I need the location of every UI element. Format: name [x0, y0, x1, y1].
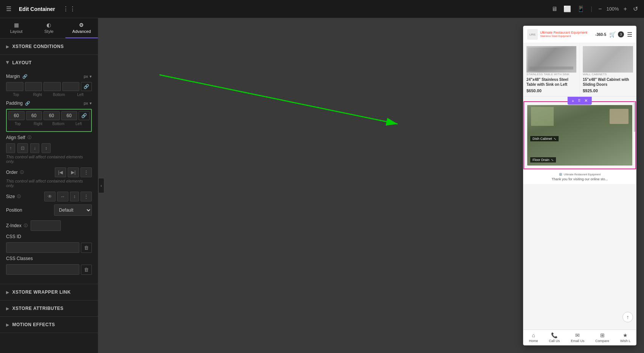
css-classes-trash-button[interactable]: 🗑: [81, 265, 92, 275]
back-to-top-icon: ↑: [627, 314, 629, 320]
hamburger-icon: ☰: [6, 5, 11, 12]
css-classes-label: CSS Classes: [6, 256, 33, 261]
xstore-wrapper-link-header[interactable]: ▶ XSTORE Wrapper Link: [0, 284, 98, 300]
layout-section: ▶ Layout Margin 🔗 px ▾: [0, 55, 98, 284]
layout-tab-icon: ▦: [14, 22, 19, 28]
motion-effects-header[interactable]: ▶ Motion Effects: [0, 317, 98, 333]
section-move-button[interactable]: ⠿: [577, 98, 582, 103]
page-title: Edit Container: [19, 6, 55, 12]
monitor-icon: 🖥: [551, 6, 557, 12]
size-fit-h-button[interactable]: ↔: [57, 192, 68, 201]
margin-bottom-input[interactable]: [43, 82, 61, 91]
style-tab-icon: ◐: [46, 22, 51, 28]
padding-link-button[interactable]: 🔗: [79, 111, 90, 120]
xstore-conditions-header[interactable]: ▶ XSTORE Conditions: [0, 39, 98, 54]
menu-button[interactable]: ☰: [5, 4, 13, 14]
nav-call[interactable]: 📞 Call Us: [549, 332, 560, 343]
size-fit-v-button[interactable]: ↕: [70, 192, 79, 201]
product-2-category: WALL CABINETS: [583, 73, 633, 76]
hamburger-menu-icon[interactable]: ☰: [627, 31, 632, 38]
nav-compare[interactable]: ⊞ Compare: [595, 332, 609, 343]
collapse-panel-button[interactable]: ‹: [98, 178, 104, 193]
padding-unit-arrow: ▾: [90, 101, 92, 106]
cart-area: 🛒 3: [609, 31, 624, 37]
padding-top-input[interactable]: [8, 111, 25, 120]
zoom-level: 100%: [606, 6, 619, 12]
back-to-top-button[interactable]: ↑: [622, 312, 633, 322]
size-info-icon: ⓘ: [17, 194, 21, 199]
margin-link-icon: 🔗: [22, 74, 28, 79]
zindex-input[interactable]: [31, 220, 61, 231]
refresh-icon: ↺: [633, 5, 638, 12]
order-last-button[interactable]: ▶|: [68, 167, 79, 177]
compare-icon: ⊞: [600, 332, 605, 338]
footer-brand: 🏢 Ultimate Restaurant Equipment: [526, 173, 633, 176]
tablet-icon: ⬜: [564, 5, 571, 12]
margin-top-input[interactable]: [6, 82, 23, 91]
collapse-icon: ‹: [101, 184, 102, 188]
nav-home-label: Home: [529, 339, 538, 343]
css-classes-input[interactable]: [6, 264, 79, 275]
nav-wishlist[interactable]: ★ Wish L: [620, 332, 631, 343]
nav-home[interactable]: ⌂ Home: [529, 332, 538, 343]
minus-icon: −: [598, 6, 602, 12]
product-grid: STAINLESS TABLE WITH SINK 24"x48" Stainl…: [523, 43, 636, 97]
size-hidden-button[interactable]: 👁: [44, 192, 56, 201]
padding-bottom-input[interactable]: [43, 111, 60, 120]
align-top-button[interactable]: ↑: [6, 143, 15, 153]
cart-icon: 🛒: [609, 31, 616, 37]
margin-right-input[interactable]: [25, 82, 42, 91]
zoom-in-button[interactable]: +: [622, 4, 629, 14]
section-add-button[interactable]: +: [571, 98, 575, 104]
section-controls: + ⠿ ✕: [568, 97, 592, 105]
xstore-attributes-header[interactable]: ▶ XSTORE Attributes: [0, 300, 98, 316]
tab-layout[interactable]: ▦ Layout: [0, 18, 33, 38]
zoom-out-button[interactable]: −: [597, 4, 603, 14]
margin-left-input[interactable]: [62, 82, 80, 91]
margin-link-button[interactable]: 🔗: [81, 82, 92, 91]
align-bottom-button[interactable]: ↓: [30, 143, 39, 153]
tab-style[interactable]: ◐ Style: [33, 18, 65, 38]
product-1-price: $650.00: [526, 88, 576, 93]
canvas-area: ‹ URE Ultimate Restaurant Equipment Stai…: [98, 18, 644, 353]
position-select[interactable]: Default Static Relative Absolute: [54, 204, 92, 216]
align-stretch-button[interactable]: ↕: [42, 143, 51, 153]
tablet-view-button[interactable]: ⬜: [562, 4, 573, 14]
position-row: Position Default Static Relative Absolut…: [6, 204, 92, 216]
motion-effects-arrow: ▶: [6, 323, 9, 327]
section-close-button[interactable]: ✕: [583, 98, 589, 104]
product-2-image: [583, 46, 633, 73]
css-id-trash-button[interactable]: 🗑: [81, 243, 92, 253]
xstore-attributes-label: XSTORE Attributes: [12, 306, 64, 311]
margin-unit-arrow: ▾: [90, 74, 92, 79]
nav-compare-label: Compare: [595, 339, 609, 343]
padding-right-input[interactable]: [26, 111, 42, 120]
order-more-button[interactable]: ⋮: [80, 167, 92, 177]
margin-label: Margin 🔗: [6, 74, 28, 79]
margin-inputs: 🔗: [6, 82, 92, 91]
padding-right-label: Right: [29, 122, 48, 126]
nav-email[interactable]: ✉ Email Us: [571, 332, 584, 343]
padding-left-input[interactable]: [61, 111, 77, 120]
grid-button[interactable]: ⋮⋮: [61, 4, 78, 14]
tab-style-label: Style: [44, 29, 53, 34]
size-controls: 👁 ↔ ↕ ⋮: [44, 192, 92, 201]
footer-brand-name: Ultimate Restaurant Equipment: [564, 173, 601, 176]
layout-header[interactable]: ▶ Layout: [0, 55, 98, 71]
layout-label: Layout: [12, 60, 32, 65]
align-vcenter-button[interactable]: ⊡: [17, 143, 28, 153]
main-area: ▦ Layout ◐ Style ⚙ Advanced ▶ XSTORE Con…: [0, 18, 644, 353]
size-more-button[interactable]: ⋮: [80, 192, 92, 201]
mobile-preview-wrapper: URE Ultimate Restaurant Equipment Stainl…: [523, 26, 636, 345]
xstore-wrapper-link-label: XSTORE Wrapper Link: [12, 290, 71, 295]
mobile-view-button[interactable]: 📱: [576, 4, 586, 14]
align-self-row: Align Self ⓘ: [6, 135, 92, 140]
monitor-view-button[interactable]: 🖥: [550, 4, 559, 14]
tab-advanced[interactable]: ⚙ Advanced: [65, 18, 98, 38]
product-card-1: STAINLESS TABLE WITH SINK 24"x48" Stainl…: [523, 43, 580, 96]
css-id-input[interactable]: [6, 242, 79, 253]
refresh-button[interactable]: ↺: [632, 4, 639, 14]
order-row: Order ⓘ |◀ ▶| ⋮: [6, 167, 92, 177]
highlighted-section: Dish Cabinet ⤡ Floor Drain ⤡: [523, 101, 636, 169]
order-first-button[interactable]: |◀: [55, 167, 66, 177]
